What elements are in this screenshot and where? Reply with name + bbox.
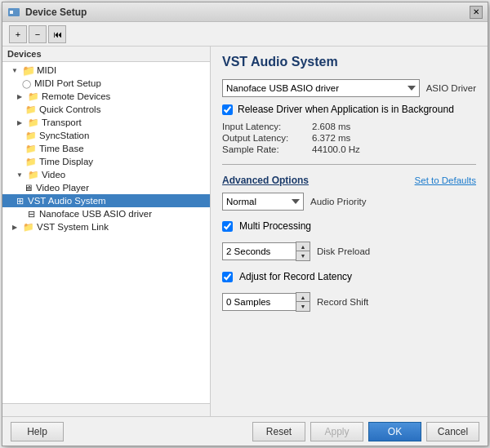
driver-row: Nanoface USB ASIO driver ASIO Driver <box>222 79 476 97</box>
record-shift-label: Record Shift <box>317 297 368 307</box>
bottom-bar: Help Reset Apply OK Cancel <box>2 416 488 446</box>
tree-scroll-area: ▼ 📁 MIDI ◯ MIDI Port Setup <box>2 62 210 416</box>
adjust-record-checkbox[interactable] <box>222 272 233 282</box>
record-shift-spinner: ▲ ▼ <box>222 292 310 312</box>
add-button[interactable]: + <box>9 25 27 43</box>
output-latency-value: 6.372 ms <box>312 133 476 143</box>
rewind-button[interactable]: ⏮ <box>48 25 66 43</box>
sidebar-item-transport[interactable]: ▶ 📁 Transport <box>2 116 210 129</box>
adjust-record-label: Adjust for Record Latency <box>239 271 352 282</box>
title-bar: Device Setup ✕ <box>2 2 488 22</box>
set-to-defaults-link[interactable]: Set to Defaults <box>415 175 476 185</box>
record-shift-row: ▲ ▼ Record Shift <box>222 292 476 312</box>
device-small-icon: ⊟ <box>25 208 37 220</box>
release-driver-checkbox[interactable] <box>222 104 233 115</box>
bottom-left-buttons: Help <box>11 422 64 441</box>
divider <box>222 164 476 165</box>
output-latency-label: Output Latency: <box>222 133 312 143</box>
sidebar-item-label: Remote Devices <box>42 91 110 101</box>
folder-icon: 📁 <box>25 130 37 141</box>
sidebar-item-nanoface[interactable]: ⊟ Nanoface USB ASIO driver <box>2 207 210 220</box>
input-latency-label: Input Latency: <box>222 122 312 131</box>
window-title: Device Setup <box>25 7 87 18</box>
sample-rate-value: 44100.0 Hz <box>312 144 476 154</box>
devices-header: Devices <box>2 47 210 62</box>
expand-icon: ▶ <box>14 117 25 128</box>
multi-processing-checkbox[interactable] <box>222 221 233 232</box>
multi-processing-label: Multi Processing <box>239 220 311 232</box>
cancel-button[interactable]: Cancel <box>426 422 479 441</box>
folder-icon: 📁 <box>23 221 34 233</box>
folder-icon: 📁 <box>23 64 34 76</box>
svg-rect-1 <box>10 11 13 14</box>
expand-icon: ▶ <box>9 221 20 233</box>
folder-icon: 📁 <box>28 169 39 180</box>
sidebar-item-video-player[interactable]: 🖥 Video Player <box>2 181 210 194</box>
asio-driver-select[interactable]: Nanoface USB ASIO driver <box>222 79 420 97</box>
audio-priority-row: Normal Boost Very High Audio Priority <box>222 193 476 211</box>
sidebar-item-label: MIDI <box>37 65 56 75</box>
record-shift-down-button[interactable]: ▼ <box>296 302 310 311</box>
multi-processing-row: Multi Processing <box>222 220 476 232</box>
record-shift-input[interactable] <box>222 293 296 311</box>
left-panel-bottom <box>2 403 210 416</box>
main-content: Devices ▼ 📁 MIDI ◯ <box>2 47 488 416</box>
sidebar-item-quick-controls[interactable]: 📁 Quick Controls <box>2 103 210 116</box>
toolbar: + − ⏮ <box>2 22 488 47</box>
sidebar-item-time-display[interactable]: 📁 Time Display <box>2 155 210 168</box>
sidebar-item-time-base[interactable]: 📁 Time Base <box>2 142 210 155</box>
reset-button[interactable]: Reset <box>252 422 305 441</box>
adjust-record-row: Adjust for Record Latency <box>222 271 476 282</box>
sidebar-item-label: Video Player <box>36 183 89 193</box>
sidebar-item-remote-devices[interactable]: ▶ 📁 Remote Devices <box>2 90 210 103</box>
apply-button[interactable]: Apply <box>310 422 363 441</box>
folder-icon: 📁 <box>25 143 37 154</box>
sidebar-item-midi[interactable]: ▼ 📁 MIDI <box>2 64 210 77</box>
tree-container[interactable]: ▼ 📁 MIDI ◯ MIDI Port Setup <box>2 62 210 403</box>
disk-preload-input[interactable] <box>222 242 296 260</box>
sidebar-item-label: Time Base <box>39 144 84 153</box>
sidebar-item-midi-port-setup[interactable]: ◯ MIDI Port Setup <box>2 77 210 90</box>
record-shift-up-button[interactable]: ▲ <box>296 293 310 302</box>
tree-scroll-container: ▼ 📁 MIDI ◯ MIDI Port Setup <box>2 62 210 416</box>
help-button[interactable]: Help <box>11 422 64 441</box>
sidebar-item-vst-audio-system[interactable]: ⊞ VST Audio System <box>2 194 210 207</box>
sidebar-item-label: VST System Link <box>37 222 109 232</box>
device-setup-window: Device Setup ✕ + − ⏮ Devices ▼ 📁 <box>2 2 488 446</box>
advanced-options-title: Advanced Options <box>222 175 309 186</box>
title-bar-left: Device Setup <box>7 6 87 19</box>
sidebar-item-label: Quick Controls <box>39 104 100 114</box>
sidebar-item-label: SyncStation <box>39 131 89 140</box>
disk-preload-down-button[interactable]: ▼ <box>296 251 310 260</box>
release-driver-label: Release Driver when Application is in Ba… <box>238 104 454 115</box>
release-driver-row: Release Driver when Application is in Ba… <box>222 104 476 115</box>
folder-icon: 📁 <box>25 104 37 115</box>
left-panel: Devices ▼ 📁 MIDI ◯ <box>2 47 211 416</box>
bottom-right-buttons: Reset Apply OK Cancel <box>252 422 479 441</box>
horizontal-scrollbar[interactable] <box>2 404 210 417</box>
disk-preload-row: ▲ ▼ Disk Preload <box>222 242 476 261</box>
audio-priority-select[interactable]: Normal Boost Very High <box>222 193 304 211</box>
monitor-icon: 🖥 <box>22 182 33 193</box>
right-panel: VST Audio System Nanoface USB ASIO drive… <box>211 47 488 416</box>
sidebar-item-vst-system-link[interactable]: ▶ 📁 VST System Link <box>2 220 210 233</box>
folder-icon: 📁 <box>28 117 39 128</box>
asio-driver-label: ASIO Driver <box>426 83 476 93</box>
expand-icon: ▼ <box>9 64 20 76</box>
ok-button[interactable]: OK <box>368 422 421 441</box>
sidebar-item-label: Time Display <box>39 157 93 166</box>
expand-icon: ▼ <box>14 169 25 180</box>
disk-preload-spinner: ▲ ▼ <box>222 242 310 261</box>
advanced-options-row: Advanced Options Set to Defaults <box>222 175 476 186</box>
sidebar-item-video[interactable]: ▼ 📁 Video <box>2 168 210 181</box>
sidebar-item-label: Video <box>42 170 65 180</box>
sidebar-item-syncstation[interactable]: 📁 SyncStation <box>2 129 210 142</box>
disk-preload-label: Disk Preload <box>317 246 370 256</box>
section-title: VST Audio System <box>222 55 476 69</box>
remove-button[interactable]: − <box>29 25 47 43</box>
disk-preload-up-button[interactable]: ▲ <box>296 242 310 251</box>
disk-preload-spinner-buttons: ▲ ▼ <box>296 242 310 261</box>
expand-icon: ▶ <box>14 91 25 102</box>
device-icon: ⊞ <box>14 195 25 206</box>
close-button[interactable]: ✕ <box>470 6 483 19</box>
